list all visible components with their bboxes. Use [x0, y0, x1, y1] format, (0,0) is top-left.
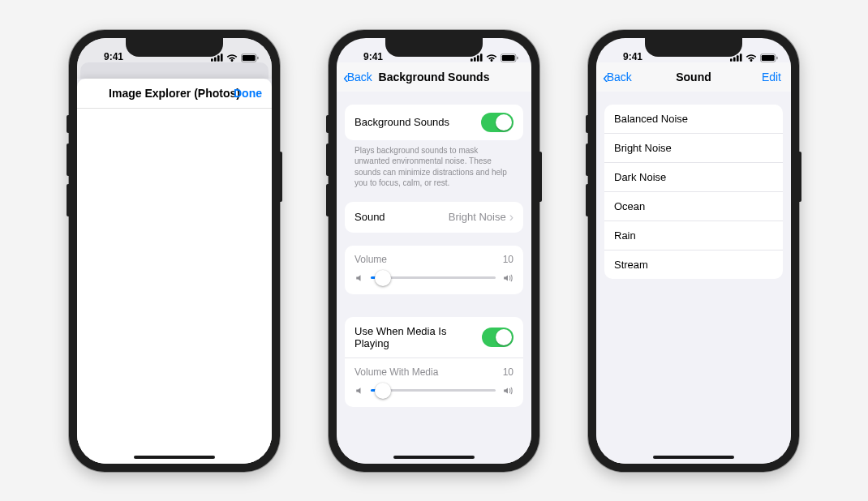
phone-3-frame: 9:41 ‹ Back Sound Edit Balanced Noise [588, 30, 799, 472]
row-volume: Volume 10 [345, 246, 523, 294]
volume-label: Volume [355, 254, 387, 265]
option-label: Balanced Noise [614, 113, 688, 125]
phone-2-frame: 9:41 ‹ Back Background Sounds Background… [329, 30, 539, 472]
row-option-dark-noise[interactable]: Dark Noise [604, 162, 783, 191]
svg-rect-20 [776, 56, 777, 59]
status-icons [730, 54, 778, 62]
phone-3-screen: 9:41 ‹ Back Sound Edit Balanced Noise [596, 38, 791, 464]
volume-low-icon [355, 386, 364, 396]
navbar: ‹ Back Background Sounds [337, 62, 531, 92]
page-title: Sound [676, 71, 711, 84]
row-option-stream[interactable]: Stream [604, 250, 783, 279]
row-sound[interactable]: Sound Bright Noise › [345, 202, 523, 233]
phone-1-frame: 9:41 Image Explorer (Photos) Done [69, 30, 280, 472]
row-volume-with-media: Volume With Media 10 [345, 358, 523, 407]
volume-high-icon [502, 386, 513, 396]
row-label: Sound [355, 211, 385, 223]
group-sound-options: Balanced Noise Bright Noise Dark Noise O… [604, 105, 783, 279]
sound-value-text: Bright Noise [449, 211, 506, 223]
battery-icon [760, 54, 778, 62]
svg-rect-6 [257, 56, 258, 59]
row-background-sounds-toggle[interactable]: Background Sounds [345, 105, 523, 140]
notch [126, 38, 223, 57]
option-label: Ocean [614, 200, 645, 212]
chevron-right-icon: › [509, 210, 513, 225]
stage: 9:41 Image Explorer (Photos) Done [0, 0, 868, 501]
svg-rect-0 [211, 58, 213, 62]
option-label: Rain [614, 229, 636, 242]
phone-1-screen: 9:41 Image Explorer (Photos) Done [77, 38, 272, 464]
svg-rect-2 [217, 55, 220, 62]
volume-media-label: Volume With Media [355, 366, 438, 378]
phone-2-screen: 9:41 ‹ Back Background Sounds Background… [337, 38, 531, 464]
volume-high-icon [502, 273, 513, 283]
row-option-rain[interactable]: Rain [604, 221, 783, 250]
navbar: Image Explorer (Photos) Done [77, 79, 272, 109]
battery-icon [501, 54, 518, 62]
back-button[interactable]: ‹ Back [603, 62, 632, 92]
svg-rect-1 [214, 58, 217, 62]
page-title: Background Sounds [379, 71, 490, 84]
row-value: Bright Noise › [449, 210, 513, 225]
svg-rect-15 [733, 58, 736, 62]
wifi-icon [746, 54, 757, 62]
svg-rect-14 [730, 58, 733, 62]
svg-rect-12 [502, 54, 515, 60]
back-button[interactable]: ‹ Back [343, 62, 372, 92]
row-option-ocean[interactable]: Ocean [604, 191, 783, 221]
option-label: Dark Noise [614, 171, 666, 183]
slider-thumb[interactable] [375, 383, 391, 399]
svg-rect-5 [243, 54, 256, 60]
volume-low-icon [355, 273, 364, 283]
back-label: Back [607, 71, 632, 84]
status-time: 9:41 [353, 51, 393, 62]
back-label: Back [347, 71, 372, 84]
edit-button[interactable]: Edit [762, 62, 781, 92]
slider-thumb[interactable] [375, 270, 391, 286]
content: Background Sounds Plays background sound… [337, 92, 531, 464]
row-option-bright-noise[interactable]: Bright Noise [604, 133, 783, 162]
status-icons [471, 54, 518, 62]
row-label: Use When Media Is Playing [355, 325, 482, 349]
volume-value: 10 [503, 254, 513, 265]
row-option-balanced-noise[interactable]: Balanced Noise [604, 105, 783, 133]
status-time: 9:41 [612, 51, 653, 62]
option-label: Bright Noise [614, 142, 672, 154]
home-indicator[interactable] [134, 456, 215, 459]
svg-rect-10 [480, 54, 483, 62]
group-description: Plays background sounds to mask unwanted… [337, 140, 531, 189]
svg-rect-17 [740, 54, 742, 62]
status-icons [211, 54, 259, 62]
toggle-use-when-media[interactable] [482, 328, 513, 347]
home-indicator[interactable] [393, 456, 475, 459]
svg-rect-13 [517, 56, 518, 59]
done-button[interactable]: Done [234, 79, 262, 108]
group-sound-select: Sound Bright Noise › [345, 202, 523, 233]
group-volume: Volume 10 [345, 246, 523, 294]
row-use-when-media[interactable]: Use When Media Is Playing [345, 317, 523, 358]
svg-rect-9 [477, 55, 479, 62]
volume-media-slider[interactable] [371, 389, 496, 392]
content: Balanced Noise Bright Noise Dark Noise O… [596, 92, 791, 464]
wifi-icon [226, 54, 238, 62]
svg-rect-19 [762, 54, 775, 60]
option-label: Stream [614, 259, 648, 271]
svg-rect-16 [737, 55, 739, 62]
wifi-icon [486, 54, 497, 62]
volume-slider[interactable] [371, 276, 496, 279]
notch [385, 38, 483, 57]
modal-sheet: Image Explorer (Photos) Done [77, 79, 272, 464]
svg-rect-7 [471, 58, 473, 62]
svg-rect-8 [474, 58, 476, 62]
status-time: 9:41 [93, 51, 134, 62]
page-title: Image Explorer (Photos) [109, 87, 240, 100]
navbar: ‹ Back Sound Edit [596, 62, 791, 92]
svg-rect-3 [221, 54, 223, 62]
home-indicator[interactable] [653, 456, 734, 459]
group-main-toggle: Background Sounds [345, 105, 523, 140]
background-sheet-hint [80, 62, 269, 79]
toggle-background-sounds[interactable] [481, 113, 513, 132]
notch [645, 38, 742, 57]
group-media: Use When Media Is Playing Volume With Me… [345, 317, 523, 407]
battery-icon [241, 54, 259, 62]
